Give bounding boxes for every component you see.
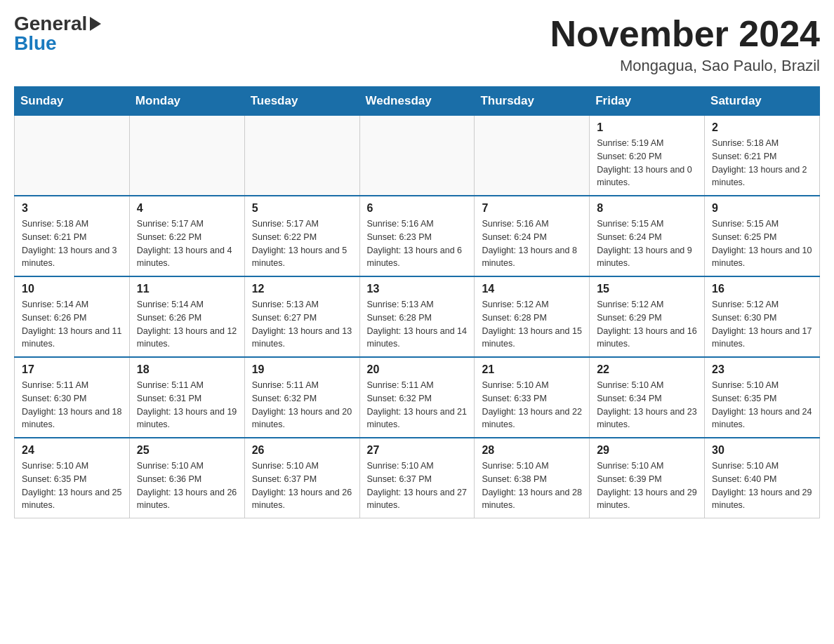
calendar-cell: 25Sunrise: 5:10 AMSunset: 6:36 PMDayligh… [129,438,244,518]
col-header-sunday: Sunday [15,87,130,116]
calendar-cell: 13Sunrise: 5:13 AMSunset: 6:28 PMDayligh… [359,276,475,357]
day-number: 19 [252,363,352,376]
calendar-cell: 20Sunrise: 5:11 AMSunset: 6:32 PMDayligh… [359,357,475,438]
day-info: Sunrise: 5:16 AMSunset: 6:23 PMDaylight:… [367,217,468,270]
col-header-wednesday: Wednesday [359,87,475,116]
calendar-cell: 29Sunrise: 5:10 AMSunset: 6:39 PMDayligh… [590,438,705,518]
day-info: Sunrise: 5:12 AMSunset: 6:28 PMDaylight:… [482,298,582,351]
day-info: Sunrise: 5:17 AMSunset: 6:22 PMDaylight:… [137,217,237,270]
col-header-monday: Monday [129,87,244,116]
calendar-week-1: 1Sunrise: 5:19 AMSunset: 6:20 PMDaylight… [15,116,820,196]
day-number: 20 [367,363,468,376]
calendar-cell: 14Sunrise: 5:12 AMSunset: 6:28 PMDayligh… [475,276,590,357]
calendar-cell [15,116,130,196]
calendar-cell: 19Sunrise: 5:11 AMSunset: 6:32 PMDayligh… [244,357,359,438]
calendar-week-5: 24Sunrise: 5:10 AMSunset: 6:35 PMDayligh… [15,438,820,518]
col-header-tuesday: Tuesday [244,87,359,116]
day-info: Sunrise: 5:18 AMSunset: 6:21 PMDaylight:… [712,137,812,189]
calendar-cell: 1Sunrise: 5:19 AMSunset: 6:20 PMDaylight… [590,116,705,196]
day-number: 4 [137,202,237,215]
page-header: General Blue November 2024 Mongagua, Sao… [14,14,820,75]
day-info: Sunrise: 5:12 AMSunset: 6:29 PMDaylight:… [597,298,697,351]
calendar-cell: 10Sunrise: 5:14 AMSunset: 6:26 PMDayligh… [15,276,130,357]
day-number: 12 [252,283,352,295]
day-number: 9 [712,202,812,215]
calendar-cell: 11Sunrise: 5:14 AMSunset: 6:26 PMDayligh… [129,276,244,357]
calendar-cell: 30Sunrise: 5:10 AMSunset: 6:40 PMDayligh… [705,438,820,518]
col-header-saturday: Saturday [705,87,820,116]
day-number: 28 [482,444,582,457]
day-info: Sunrise: 5:10 AMSunset: 6:38 PMDaylight:… [482,459,582,512]
day-info: Sunrise: 5:10 AMSunset: 6:33 PMDaylight:… [482,379,582,431]
calendar-cell [475,116,590,196]
calendar-cell: 28Sunrise: 5:10 AMSunset: 6:38 PMDayligh… [475,438,590,518]
calendar-cell: 7Sunrise: 5:16 AMSunset: 6:24 PMDaylight… [475,196,590,276]
calendar-week-4: 17Sunrise: 5:11 AMSunset: 6:30 PMDayligh… [15,357,820,438]
calendar-cell [359,116,475,196]
day-number: 27 [367,444,468,457]
calendar-cell: 22Sunrise: 5:10 AMSunset: 6:34 PMDayligh… [590,357,705,438]
calendar-cell: 9Sunrise: 5:15 AMSunset: 6:25 PMDaylight… [705,196,820,276]
day-number: 30 [712,444,812,457]
day-number: 1 [597,121,697,134]
day-info: Sunrise: 5:15 AMSunset: 6:25 PMDaylight:… [712,217,812,270]
day-info: Sunrise: 5:19 AMSunset: 6:20 PMDaylight:… [597,137,697,189]
calendar-cell: 12Sunrise: 5:13 AMSunset: 6:27 PMDayligh… [244,276,359,357]
title-block: November 2024 Mongagua, Sao Paulo, Brazi… [550,14,820,75]
day-info: Sunrise: 5:13 AMSunset: 6:28 PMDaylight:… [367,298,468,351]
day-info: Sunrise: 5:15 AMSunset: 6:24 PMDaylight:… [597,217,697,270]
calendar-cell: 6Sunrise: 5:16 AMSunset: 6:23 PMDaylight… [359,196,475,276]
calendar-cell: 27Sunrise: 5:10 AMSunset: 6:37 PMDayligh… [359,438,475,518]
day-number: 8 [597,202,697,215]
day-number: 5 [252,202,352,215]
day-number: 25 [137,444,237,457]
day-number: 24 [22,444,122,457]
calendar-cell: 17Sunrise: 5:11 AMSunset: 6:30 PMDayligh… [15,357,130,438]
day-info: Sunrise: 5:11 AMSunset: 6:31 PMDaylight:… [137,379,237,431]
day-info: Sunrise: 5:14 AMSunset: 6:26 PMDaylight:… [22,298,122,351]
day-info: Sunrise: 5:10 AMSunset: 6:36 PMDaylight:… [137,459,237,512]
calendar-cell: 23Sunrise: 5:10 AMSunset: 6:35 PMDayligh… [705,357,820,438]
calendar-cell: 4Sunrise: 5:17 AMSunset: 6:22 PMDaylight… [129,196,244,276]
day-number: 10 [22,283,122,295]
day-info: Sunrise: 5:13 AMSunset: 6:27 PMDaylight:… [252,298,352,351]
day-info: Sunrise: 5:10 AMSunset: 6:35 PMDaylight:… [712,379,812,431]
day-number: 22 [597,363,697,376]
day-info: Sunrise: 5:10 AMSunset: 6:35 PMDaylight:… [22,459,122,512]
day-number: 13 [367,283,468,295]
day-number: 29 [597,444,697,457]
calendar-cell [129,116,244,196]
calendar-cell: 16Sunrise: 5:12 AMSunset: 6:30 PMDayligh… [705,276,820,357]
day-info: Sunrise: 5:12 AMSunset: 6:30 PMDaylight:… [712,298,812,351]
calendar-week-3: 10Sunrise: 5:14 AMSunset: 6:26 PMDayligh… [15,276,820,357]
calendar-week-2: 3Sunrise: 5:18 AMSunset: 6:21 PMDaylight… [15,196,820,276]
calendar-header-row: SundayMondayTuesdayWednesdayThursdayFrid… [15,87,820,116]
day-number: 18 [137,363,237,376]
day-number: 16 [712,283,812,295]
day-number: 3 [22,202,122,215]
calendar-cell: 5Sunrise: 5:17 AMSunset: 6:22 PMDaylight… [244,196,359,276]
calendar-cell: 3Sunrise: 5:18 AMSunset: 6:21 PMDaylight… [15,196,130,276]
day-number: 15 [597,283,697,295]
calendar-cell: 2Sunrise: 5:18 AMSunset: 6:21 PMDaylight… [705,116,820,196]
day-number: 11 [137,283,237,295]
day-info: Sunrise: 5:10 AMSunset: 6:37 PMDaylight:… [252,459,352,512]
day-info: Sunrise: 5:16 AMSunset: 6:24 PMDaylight:… [482,217,582,270]
day-info: Sunrise: 5:11 AMSunset: 6:32 PMDaylight:… [367,379,468,431]
col-header-thursday: Thursday [475,87,590,116]
logo: General Blue [14,14,101,53]
logo-blue-text: Blue [14,34,57,53]
day-number: 2 [712,121,812,134]
day-number: 21 [482,363,582,376]
calendar-cell: 15Sunrise: 5:12 AMSunset: 6:29 PMDayligh… [590,276,705,357]
day-number: 23 [712,363,812,376]
day-info: Sunrise: 5:11 AMSunset: 6:30 PMDaylight:… [22,379,122,431]
calendar-cell: 18Sunrise: 5:11 AMSunset: 6:31 PMDayligh… [129,357,244,438]
location-title: Mongagua, Sao Paulo, Brazil [550,57,820,75]
calendar-cell: 26Sunrise: 5:10 AMSunset: 6:37 PMDayligh… [244,438,359,518]
calendar-table: SundayMondayTuesdayWednesdayThursdayFrid… [14,86,820,518]
day-info: Sunrise: 5:14 AMSunset: 6:26 PMDaylight:… [137,298,237,351]
day-info: Sunrise: 5:10 AMSunset: 6:39 PMDaylight:… [597,459,697,512]
day-info: Sunrise: 5:17 AMSunset: 6:22 PMDaylight:… [252,217,352,270]
day-number: 7 [482,202,582,215]
